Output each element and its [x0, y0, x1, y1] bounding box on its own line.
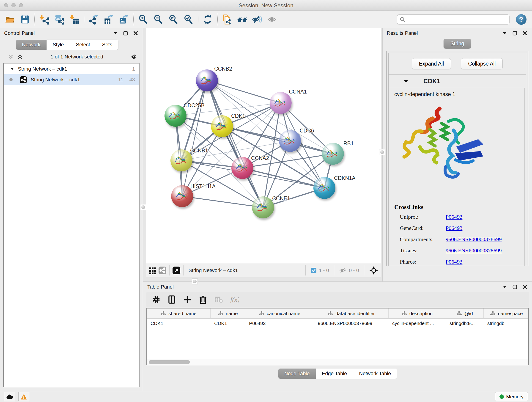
- table-cell[interactable]: cyclin-dependent ...: [389, 319, 446, 328]
- column-header-database-identifier[interactable]: database identifier: [314, 308, 389, 318]
- export-image-button[interactable]: [117, 12, 131, 27]
- node-CCNA2[interactable]: [231, 157, 253, 179]
- edge-CCNB2-HIST1H1A[interactable]: [182, 80, 207, 196]
- tab-select[interactable]: Select: [70, 40, 96, 50]
- network-row[interactable]: String Network – cdk1 11 48: [4, 74, 139, 85]
- scrollbar-thumb[interactable]: [149, 360, 190, 364]
- table-horizontal-scrollbar[interactable]: [147, 359, 528, 365]
- crosslink-link[interactable]: 9606.ENSP00000378699: [446, 236, 502, 242]
- node-details-expander-icon[interactable]: [404, 79, 408, 84]
- column-header-id[interactable]: @id: [446, 308, 484, 318]
- node-CDC6[interactable]: [279, 130, 301, 152]
- node-CDC25B[interactable]: [165, 105, 186, 127]
- table-panel-close-icon[interactable]: [522, 284, 528, 290]
- import-table-button[interactable]: [68, 12, 81, 27]
- network-canvas[interactable]: CCNB2CCNA1CDC25BCDK1CDC6RB1CCNB1CCNA2CDK…: [146, 28, 381, 263]
- crosslink-link[interactable]: P06493: [446, 259, 462, 265]
- crosslink-link[interactable]: P06493: [446, 225, 462, 231]
- save-session-button[interactable]: [18, 12, 32, 27]
- warnings-button[interactable]: [18, 392, 29, 401]
- table-cell[interactable]: stringdb: [484, 319, 529, 328]
- maximize-window-button[interactable]: [19, 3, 23, 7]
- network-share-view-icon[interactable]: [158, 266, 167, 274]
- tab-edge-table[interactable]: Edge Table: [316, 369, 353, 379]
- zoom-out-button[interactable]: [152, 12, 165, 27]
- minimize-window-button[interactable]: [12, 3, 16, 7]
- network-options-gear-icon[interactable]: [131, 54, 137, 60]
- table-panel-float-menu-icon[interactable]: [502, 284, 508, 290]
- tab-network-table[interactable]: Network Table: [353, 369, 397, 379]
- hidden-eye-slash-icon[interactable]: [339, 267, 347, 274]
- network-collection-row[interactable]: String Network – cdk1 1: [4, 64, 139, 74]
- results-panel-close-icon[interactable]: [522, 30, 528, 36]
- node-CCNB2[interactable]: [196, 70, 218, 91]
- table-cell[interactable]: stringdb:9...: [446, 319, 484, 328]
- table-cell[interactable]: CDK1: [210, 319, 245, 328]
- zoom-fit-button[interactable]: [167, 12, 180, 27]
- tab-network[interactable]: Network: [16, 40, 47, 50]
- node-RB1[interactable]: [322, 143, 344, 165]
- birds-eye-view-grid-icon[interactable]: [149, 267, 157, 274]
- control-panel-float-menu-icon[interactable]: [113, 30, 119, 36]
- export-table-button[interactable]: [102, 12, 115, 27]
- collapse-all-button[interactable]: Collapse All: [461, 58, 503, 70]
- node-CDKN1A[interactable]: [313, 177, 336, 199]
- results-panel-float-icon[interactable]: [512, 30, 518, 36]
- column-header-canonical-name[interactable]: canonical name: [245, 308, 314, 318]
- tab-sets[interactable]: Sets: [96, 40, 118, 50]
- tab-style[interactable]: Style: [47, 40, 70, 50]
- column-header-shared-name[interactable]: shared name: [147, 308, 210, 318]
- close-window-button[interactable]: [4, 3, 8, 7]
- edge-HIST1H1A-CCNE1[interactable]: [182, 196, 263, 207]
- tab-string[interactable]: String: [443, 39, 471, 49]
- table-settings-gear-button[interactable]: [152, 295, 161, 304]
- search-input[interactable]: [407, 17, 507, 22]
- table-panel-float-icon[interactable]: [512, 284, 518, 290]
- detach-view-icon[interactable]: [172, 266, 181, 274]
- node-table[interactable]: shared namenamecanonical namedatabase id…: [146, 308, 529, 365]
- table-cell[interactable]: 9606.ENSP00000378699: [314, 319, 389, 328]
- node-CCNB1[interactable]: [171, 149, 192, 172]
- toggle-columns-button[interactable]: [167, 295, 177, 304]
- right-splitter-handle[interactable]: [379, 149, 385, 155]
- node-CDK1[interactable]: [211, 115, 233, 137]
- center-view-crosshair-icon[interactable]: [369, 266, 378, 275]
- node-HIST1H1A[interactable]: [171, 185, 193, 207]
- node-CCNA1[interactable]: [270, 92, 292, 114]
- expand-all-tree-icon[interactable]: [17, 54, 23, 60]
- network-from-selection-button[interactable]: [220, 12, 234, 27]
- import-database-button[interactable]: [53, 12, 66, 27]
- export-network-button[interactable]: [87, 12, 100, 27]
- crosslink-link[interactable]: P06493: [446, 214, 462, 220]
- table-cell[interactable]: CDK1: [147, 319, 210, 328]
- tab-node-table[interactable]: Node Table: [278, 369, 316, 379]
- apply-layout-button[interactable]: [201, 12, 215, 27]
- results-panel-float-menu-icon[interactable]: [502, 30, 508, 36]
- show-all-button[interactable]: [266, 12, 279, 27]
- edge-CDK1-RB1[interactable]: [222, 126, 333, 154]
- expand-all-button[interactable]: Expand All: [412, 58, 451, 70]
- control-panel-float-icon[interactable]: [123, 30, 128, 36]
- open-session-button[interactable]: [3, 12, 17, 27]
- crosslink-link[interactable]: 9606.ENSP00000378699: [446, 248, 502, 254]
- houses-button[interactable]: [235, 12, 249, 27]
- collection-expander-icon[interactable]: [10, 67, 14, 71]
- node-CCNE1[interactable]: [252, 196, 274, 218]
- hide-selection-button[interactable]: [251, 12, 264, 27]
- left-splitter-handle[interactable]: [140, 204, 146, 210]
- memory-button[interactable]: Memory: [495, 392, 528, 401]
- column-header-namespace[interactable]: namespace: [484, 308, 529, 318]
- add-column-button[interactable]: [183, 295, 192, 304]
- table-cell[interactable]: P06493: [245, 319, 314, 328]
- bottom-splitter-handle[interactable]: [192, 279, 198, 284]
- control-panel-close-icon[interactable]: [133, 30, 139, 36]
- search-box[interactable]: [397, 14, 510, 25]
- edge-CCNB2-CCNA1[interactable]: [207, 80, 281, 103]
- column-header-name[interactable]: name: [210, 308, 245, 318]
- import-network-button[interactable]: [38, 12, 51, 27]
- zoom-in-button[interactable]: [137, 12, 150, 27]
- zoom-selected-button[interactable]: [182, 12, 195, 27]
- collapse-all-tree-icon[interactable]: [8, 54, 14, 60]
- table-row[interactable]: CDK1CDK1P064939606.ENSP00000378699cyclin…: [147, 319, 528, 328]
- help-button[interactable]: ?: [516, 14, 526, 25]
